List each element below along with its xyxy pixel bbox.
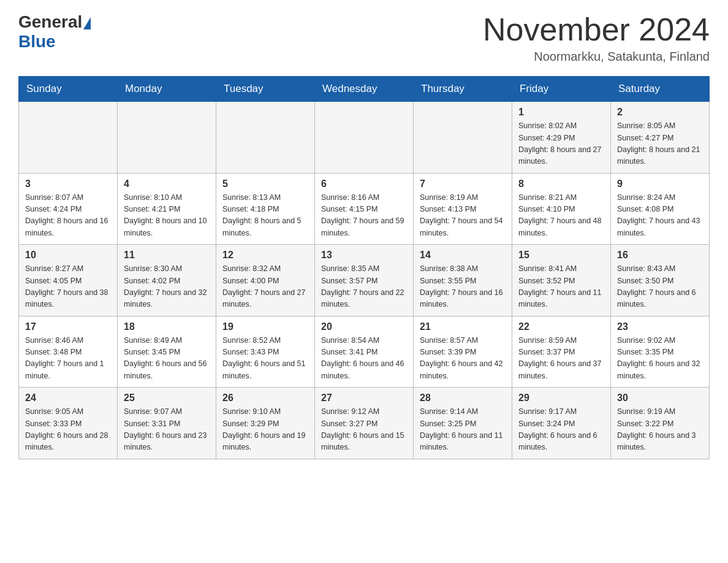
day-number: 16 <box>617 250 703 261</box>
day-number: 20 <box>321 321 407 332</box>
day-info: Sunrise: 8:38 AM Sunset: 3:55 PM Dayligh… <box>420 263 506 311</box>
day-info: Sunrise: 8:13 AM Sunset: 4:18 PM Dayligh… <box>222 192 308 240</box>
day-info: Sunrise: 8:35 AM Sunset: 3:57 PM Dayligh… <box>321 263 407 311</box>
day-info: Sunrise: 8:59 AM Sunset: 3:37 PM Dayligh… <box>518 335 604 383</box>
calendar-day-0-4 <box>414 102 512 174</box>
day-info: Sunrise: 8:16 AM Sunset: 4:15 PM Dayligh… <box>321 192 407 240</box>
calendar-day-2-0: 10Sunrise: 8:27 AM Sunset: 4:05 PM Dayli… <box>19 245 118 316</box>
day-number: 5 <box>222 178 308 190</box>
day-number: 19 <box>222 321 308 332</box>
page-header: General Blue November 2024 Noormarkku, S… <box>18 12 710 64</box>
day-number: 2 <box>617 107 703 118</box>
day-number: 21 <box>420 321 506 332</box>
calendar-week-5: 24Sunrise: 9:05 AM Sunset: 3:33 PM Dayli… <box>19 388 710 459</box>
calendar-day-3-6: 23Sunrise: 9:02 AM Sunset: 3:35 PM Dayli… <box>611 316 710 388</box>
day-info: Sunrise: 8:07 AM Sunset: 4:24 PM Dayligh… <box>25 192 111 240</box>
calendar-day-2-6: 16Sunrise: 8:43 AM Sunset: 3:50 PM Dayli… <box>611 245 710 316</box>
calendar-day-2-1: 11Sunrise: 8:30 AM Sunset: 4:02 PM Dayli… <box>118 245 216 316</box>
calendar-day-0-6: 2Sunrise: 8:05 AM Sunset: 4:27 PM Daylig… <box>611 102 710 174</box>
col-header-wednesday: Wednesday <box>315 77 414 102</box>
day-number: 4 <box>124 178 210 190</box>
calendar-day-0-1 <box>118 102 216 174</box>
col-header-tuesday: Tuesday <box>216 77 315 102</box>
day-info: Sunrise: 9:05 AM Sunset: 3:33 PM Dayligh… <box>25 406 111 454</box>
day-info: Sunrise: 8:24 AM Sunset: 4:08 PM Dayligh… <box>617 192 703 240</box>
calendar-week-1: 1Sunrise: 8:02 AM Sunset: 4:29 PM Daylig… <box>19 102 710 174</box>
calendar-day-2-5: 15Sunrise: 8:41 AM Sunset: 3:52 PM Dayli… <box>512 245 611 316</box>
calendar-day-3-2: 19Sunrise: 8:52 AM Sunset: 3:43 PM Dayli… <box>216 316 315 388</box>
day-number: 11 <box>124 250 210 261</box>
calendar-day-4-5: 29Sunrise: 9:17 AM Sunset: 3:24 PM Dayli… <box>512 388 611 459</box>
day-info: Sunrise: 8:30 AM Sunset: 4:02 PM Dayligh… <box>124 263 210 311</box>
calendar-day-4-1: 25Sunrise: 9:07 AM Sunset: 3:31 PM Dayli… <box>118 388 216 459</box>
day-number: 22 <box>518 321 604 332</box>
day-number: 3 <box>25 178 111 190</box>
day-number: 6 <box>321 178 407 190</box>
calendar-day-0-0 <box>19 102 118 174</box>
day-number: 23 <box>617 321 703 332</box>
calendar-day-1-2: 5Sunrise: 8:13 AM Sunset: 4:18 PM Daylig… <box>216 173 315 245</box>
col-header-friday: Friday <box>512 77 611 102</box>
day-number: 18 <box>124 321 210 332</box>
calendar-day-3-4: 21Sunrise: 8:57 AM Sunset: 3:39 PM Dayli… <box>414 316 512 388</box>
col-header-thursday: Thursday <box>414 77 512 102</box>
col-header-saturday: Saturday <box>611 77 710 102</box>
day-number: 29 <box>518 393 604 404</box>
day-number: 25 <box>124 393 210 404</box>
calendar-day-3-5: 22Sunrise: 8:59 AM Sunset: 3:37 PM Dayli… <box>512 316 611 388</box>
logo-general-text: General <box>18 12 82 32</box>
calendar-day-4-3: 27Sunrise: 9:12 AM Sunset: 3:27 PM Dayli… <box>315 388 414 459</box>
logo-blue-text: Blue <box>18 32 56 51</box>
calendar-day-4-2: 26Sunrise: 9:10 AM Sunset: 3:29 PM Dayli… <box>216 388 315 459</box>
col-header-monday: Monday <box>118 77 216 102</box>
calendar-day-1-4: 7Sunrise: 8:19 AM Sunset: 4:13 PM Daylig… <box>414 173 512 245</box>
calendar-day-4-6: 30Sunrise: 9:19 AM Sunset: 3:22 PM Dayli… <box>611 388 710 459</box>
day-number: 12 <box>222 250 308 261</box>
col-header-sunday: Sunday <box>19 77 118 102</box>
logo-triangle-icon <box>83 17 91 29</box>
day-info: Sunrise: 8:32 AM Sunset: 4:00 PM Dayligh… <box>222 263 308 311</box>
month-title: November 2024 <box>483 12 710 47</box>
calendar-day-3-0: 17Sunrise: 8:46 AM Sunset: 3:48 PM Dayli… <box>19 316 118 388</box>
day-number: 10 <box>25 250 111 261</box>
day-info: Sunrise: 8:52 AM Sunset: 3:43 PM Dayligh… <box>222 335 308 383</box>
day-info: Sunrise: 8:10 AM Sunset: 4:21 PM Dayligh… <box>124 192 210 240</box>
day-number: 30 <box>617 393 703 404</box>
day-info: Sunrise: 8:02 AM Sunset: 4:29 PM Dayligh… <box>518 120 604 168</box>
title-section: November 2024 Noormarkku, Satakunta, Fin… <box>483 12 710 64</box>
day-number: 28 <box>420 393 506 404</box>
day-info: Sunrise: 8:57 AM Sunset: 3:39 PM Dayligh… <box>420 335 506 383</box>
day-info: Sunrise: 8:43 AM Sunset: 3:50 PM Dayligh… <box>617 263 703 311</box>
day-info: Sunrise: 9:02 AM Sunset: 3:35 PM Dayligh… <box>617 335 703 383</box>
calendar-day-1-3: 6Sunrise: 8:16 AM Sunset: 4:15 PM Daylig… <box>315 173 414 245</box>
day-info: Sunrise: 8:05 AM Sunset: 4:27 PM Dayligh… <box>617 120 703 168</box>
day-number: 9 <box>617 178 703 190</box>
day-info: Sunrise: 8:54 AM Sunset: 3:41 PM Dayligh… <box>321 335 407 383</box>
location: Noormarkku, Satakunta, Finland <box>483 50 710 64</box>
calendar-day-1-0: 3Sunrise: 8:07 AM Sunset: 4:24 PM Daylig… <box>19 173 118 245</box>
calendar-day-1-5: 8Sunrise: 8:21 AM Sunset: 4:10 PM Daylig… <box>512 173 611 245</box>
day-info: Sunrise: 9:07 AM Sunset: 3:31 PM Dayligh… <box>124 406 210 454</box>
day-info: Sunrise: 8:49 AM Sunset: 3:45 PM Dayligh… <box>124 335 210 383</box>
day-number: 15 <box>518 250 604 261</box>
calendar-day-0-5: 1Sunrise: 8:02 AM Sunset: 4:29 PM Daylig… <box>512 102 611 174</box>
calendar-day-0-2 <box>216 102 315 174</box>
day-info: Sunrise: 8:19 AM Sunset: 4:13 PM Dayligh… <box>420 192 506 240</box>
day-info: Sunrise: 9:19 AM Sunset: 3:22 PM Dayligh… <box>617 406 703 454</box>
day-number: 7 <box>420 178 506 190</box>
calendar-week-4: 17Sunrise: 8:46 AM Sunset: 3:48 PM Dayli… <box>19 316 710 388</box>
calendar-day-3-3: 20Sunrise: 8:54 AM Sunset: 3:41 PM Dayli… <box>315 316 414 388</box>
calendar-day-1-1: 4Sunrise: 8:10 AM Sunset: 4:21 PM Daylig… <box>118 173 216 245</box>
logo: General Blue <box>18 12 92 52</box>
calendar-week-3: 10Sunrise: 8:27 AM Sunset: 4:05 PM Dayli… <box>19 245 710 316</box>
day-number: 26 <box>222 393 308 404</box>
day-info: Sunrise: 8:21 AM Sunset: 4:10 PM Dayligh… <box>518 192 604 240</box>
calendar-day-4-0: 24Sunrise: 9:05 AM Sunset: 3:33 PM Dayli… <box>19 388 118 459</box>
calendar-day-4-4: 28Sunrise: 9:14 AM Sunset: 3:25 PM Dayli… <box>414 388 512 459</box>
day-number: 8 <box>518 178 604 190</box>
calendar-header-row: Sunday Monday Tuesday Wednesday Thursday… <box>19 77 710 102</box>
day-info: Sunrise: 9:12 AM Sunset: 3:27 PM Dayligh… <box>321 406 407 454</box>
calendar-week-2: 3Sunrise: 8:07 AM Sunset: 4:24 PM Daylig… <box>19 173 710 245</box>
calendar-day-3-1: 18Sunrise: 8:49 AM Sunset: 3:45 PM Dayli… <box>118 316 216 388</box>
day-info: Sunrise: 8:41 AM Sunset: 3:52 PM Dayligh… <box>518 263 604 311</box>
